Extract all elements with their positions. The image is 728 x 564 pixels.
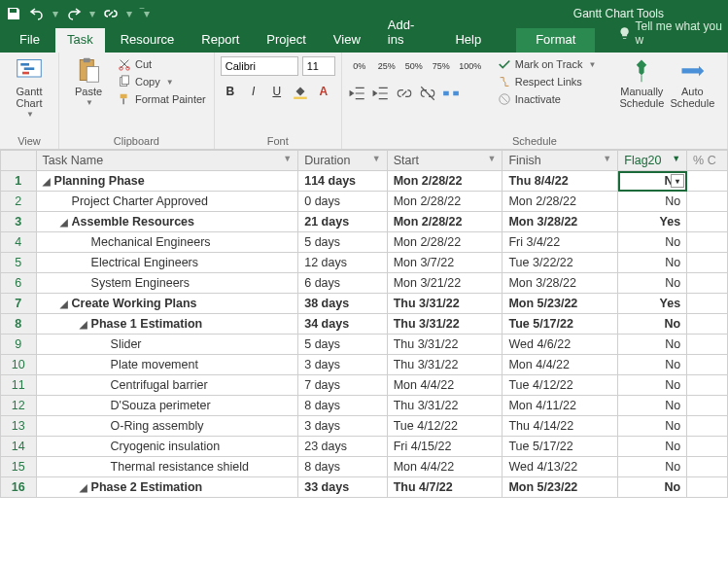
- cell-finish[interactable]: Tue 4/12/22: [503, 375, 618, 396]
- cell-task-name[interactable]: System Engineers: [36, 273, 298, 294]
- cell-start[interactable]: Mon 4/4/22: [387, 457, 503, 477]
- row-number[interactable]: 1: [1, 171, 37, 192]
- table-row[interactable]: 15Thermal resistance shield8 daysMon 4/4…: [1, 457, 728, 477]
- cell-flag[interactable]: No: [618, 335, 687, 355]
- cell-task-name[interactable]: ◢Create Working Plans: [36, 294, 298, 314]
- table-row[interactable]: 14Cryogenic insulation23 daysFri 4/15/22…: [1, 437, 728, 457]
- cell-start[interactable]: Thu 4/7/22: [387, 477, 503, 498]
- cell-flag[interactable]: No: [618, 375, 687, 396]
- cell-start[interactable]: Fri 4/15/22: [387, 437, 503, 457]
- cell-duration[interactable]: 33 days: [298, 477, 387, 498]
- table-row[interactable]: 8◢Phase 1 Estimation34 daysThu 3/31/22Tu…: [1, 314, 728, 335]
- table-row[interactable]: 2Project Charter Approved0 daysMon 2/28/…: [1, 192, 728, 212]
- cell-finish[interactable]: Mon 3/28/22: [503, 212, 618, 232]
- cell-finish[interactable]: Mon 4/11/22: [503, 396, 618, 416]
- pct-0-button[interactable]: 0%: [348, 56, 371, 76]
- cell-flag[interactable]: No: [618, 396, 687, 416]
- cell-flag[interactable]: No: [618, 457, 687, 477]
- tab-resource[interactable]: Resource: [109, 28, 187, 53]
- collapse-icon[interactable]: ◢: [43, 176, 52, 187]
- cell-finish[interactable]: Tue 3/22/22: [503, 253, 618, 273]
- split-task-button[interactable]: [441, 84, 461, 103]
- table-row[interactable]: 4Mechanical Engineers5 daysMon 2/28/22Fr…: [1, 232, 728, 253]
- cell-start[interactable]: Thu 3/31/22: [387, 355, 503, 375]
- cell-duration[interactable]: 7 days: [298, 375, 387, 396]
- chevron-down-icon[interactable]: ▼: [488, 154, 497, 163]
- tab-file[interactable]: File: [8, 28, 52, 53]
- cell-finish[interactable]: Wed 4/13/22: [503, 457, 618, 477]
- table-row[interactable]: 13O-Ring assembly3 daysTue 4/12/22Thu 4/…: [1, 416, 728, 437]
- cell-finish[interactable]: Thu 4/14/22: [503, 416, 618, 437]
- italic-button[interactable]: I: [244, 82, 263, 101]
- format-painter-button[interactable]: Format Painter: [116, 91, 208, 107]
- cell-task-name[interactable]: Electrical Engineers: [36, 253, 298, 273]
- tab-project[interactable]: Project: [255, 28, 317, 53]
- cell-flag[interactable]: No: [618, 273, 687, 294]
- tell-me[interactable]: Tell me what you w: [618, 19, 728, 53]
- cell-finish[interactable]: Mon 5/23/22: [503, 477, 618, 498]
- cell-duration[interactable]: 0 days: [298, 192, 387, 212]
- rownum-header[interactable]: [1, 151, 37, 171]
- cell-pct[interactable]: [687, 355, 728, 375]
- cell-start[interactable]: Mon 2/28/22: [387, 192, 503, 212]
- cell-pct[interactable]: [687, 335, 728, 355]
- tab-format[interactable]: Format: [516, 28, 595, 53]
- cell-finish[interactable]: Thu 8/4/22: [503, 171, 618, 192]
- cell-task-name[interactable]: ◢Planning Phase: [36, 171, 298, 192]
- cell-finish[interactable]: Tue 5/17/22: [503, 314, 618, 335]
- pct-100-button[interactable]: 100%: [457, 56, 484, 76]
- col-start[interactable]: Start▼: [387, 151, 503, 171]
- cell-start[interactable]: Thu 3/31/22: [387, 294, 503, 314]
- cell-start[interactable]: Mon 4/4/22: [387, 375, 503, 396]
- chevron-down-icon[interactable]: ▼: [372, 154, 381, 163]
- table-row[interactable]: 1◢Planning Phase114 daysMon 2/28/22Thu 8…: [1, 171, 728, 192]
- table-row[interactable]: 10Plate movement3 daysThu 3/31/22Mon 4/4…: [1, 355, 728, 375]
- cell-task-name[interactable]: O-Ring assembly: [36, 416, 298, 437]
- redo-icon[interactable]: [66, 6, 82, 21]
- cell-start[interactable]: Mon 2/28/22: [387, 232, 503, 253]
- table-row[interactable]: 3◢Assemble Resources21 daysMon 2/28/22Mo…: [1, 212, 728, 232]
- col-finish[interactable]: Finish▼: [503, 151, 618, 171]
- row-number[interactable]: 12: [1, 396, 37, 416]
- cell-task-name[interactable]: Plate movement: [36, 355, 298, 375]
- cell-pct[interactable]: [687, 457, 728, 477]
- col-task-name[interactable]: Task Name▼: [36, 151, 298, 171]
- cell-finish[interactable]: Tue 5/17/22: [503, 437, 618, 457]
- cell-finish[interactable]: Mon 2/28/22: [503, 192, 618, 212]
- row-number[interactable]: 15: [1, 457, 37, 477]
- font-size-input[interactable]: [302, 56, 335, 76]
- table-row[interactable]: 5Electrical Engineers12 daysMon 3/7/22Tu…: [1, 253, 728, 273]
- col-pct-complete[interactable]: % C: [687, 151, 728, 171]
- cell-start[interactable]: Thu 3/31/22: [387, 396, 503, 416]
- cell-flag[interactable]: No▾: [618, 171, 687, 192]
- collapse-icon[interactable]: ◢: [60, 217, 70, 228]
- respect-links-button[interactable]: Respect Links: [496, 74, 599, 89]
- row-number[interactable]: 8: [1, 314, 37, 335]
- cell-flag[interactable]: No: [618, 437, 687, 457]
- cell-flag[interactable]: No: [618, 232, 687, 253]
- row-number[interactable]: 16: [1, 477, 37, 498]
- outdent-button[interactable]: [348, 84, 367, 103]
- inactivate-button[interactable]: Inactivate: [496, 91, 599, 107]
- collapse-icon[interactable]: ◢: [60, 299, 70, 309]
- cell-pct[interactable]: [687, 294, 728, 314]
- table-row[interactable]: 11Centrifugal barrier7 daysMon 4/4/22Tue…: [1, 375, 728, 396]
- row-number[interactable]: 10: [1, 355, 37, 375]
- cell-task-name[interactable]: D'Souza perimeter: [36, 396, 298, 416]
- tab-task[interactable]: Task: [55, 28, 105, 53]
- cell-duration[interactable]: 38 days: [298, 294, 387, 314]
- manually-schedule-button[interactable]: Manually Schedule: [618, 56, 665, 109]
- cell-pct[interactable]: [687, 375, 728, 396]
- col-flag20[interactable]: Flag20▼: [618, 151, 687, 171]
- row-number[interactable]: 2: [1, 192, 37, 212]
- row-number[interactable]: 14: [1, 437, 37, 457]
- cell-start[interactable]: Mon 2/28/22: [387, 171, 503, 192]
- cell-flag[interactable]: No: [618, 416, 687, 437]
- cell-task-name[interactable]: Project Charter Approved: [36, 192, 298, 212]
- qat-customize-icon[interactable]: ‾▾: [140, 7, 150, 20]
- tab-view[interactable]: View: [322, 28, 372, 53]
- pct-25-button[interactable]: 25%: [375, 56, 399, 76]
- link-tasks-button[interactable]: [395, 84, 414, 103]
- auto-schedule-button[interactable]: Auto Schedule: [669, 56, 715, 109]
- row-number[interactable]: 9: [1, 335, 37, 355]
